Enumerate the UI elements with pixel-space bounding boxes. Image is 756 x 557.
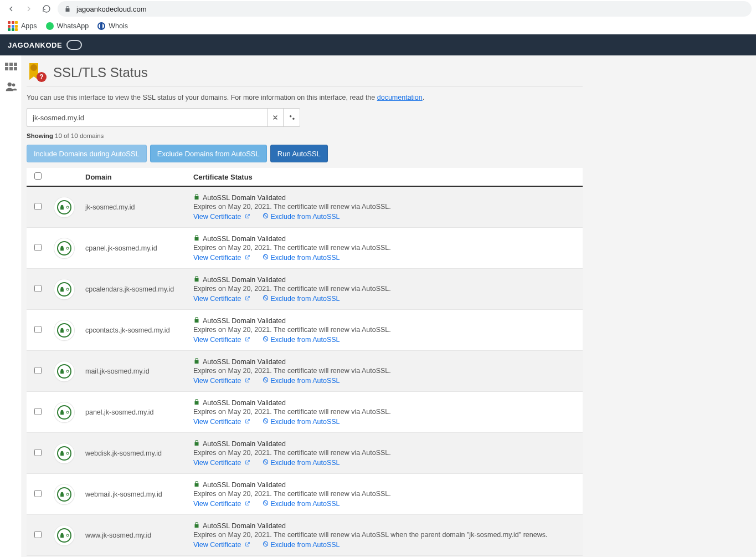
status-detail: Expires on May 20, 2021. The certificate… — [193, 367, 577, 375]
ssl-badge-icon: ? — [27, 63, 47, 82]
address-bar[interactable]: jagoankodecloud.com — [58, 1, 752, 17]
status-validated: AutoSSL Domain Validated — [193, 357, 577, 366]
svg-point-13 — [66, 329, 69, 331]
lock-icon — [193, 234, 200, 243]
table-row: mail.jk-sosmed.my.idAutoSSL Domain Valid… — [27, 351, 583, 392]
run-autossl-button[interactable]: Run AutoSSL — [270, 145, 328, 162]
view-certificate-link[interactable]: View Certificate — [193, 541, 250, 549]
exclude-autossl-button[interactable]: Exclude Domains from AutoSSL — [150, 145, 267, 162]
domain-table: Domain Certificate Status jk-sosmed.my.i… — [27, 168, 583, 556]
header-status[interactable]: Certificate Status — [188, 168, 583, 186]
exclude-from-autossl-link[interactable]: Exclude from AutoSSL — [263, 254, 340, 262]
browser-toolbar: jagoankodecloud.com — [0, 0, 756, 18]
ssl-status-icon — [54, 238, 74, 258]
view-certificate-link[interactable]: View Certificate — [193, 377, 250, 385]
row-checkbox[interactable] — [34, 285, 42, 292]
apps-label: Apps — [21, 22, 37, 30]
back-button[interactable] — [4, 2, 18, 16]
status-validated: AutoSSL Domain Validated — [193, 193, 577, 202]
svg-point-7 — [66, 247, 69, 249]
exclude-from-autossl-link[interactable]: Exclude from AutoSSL — [263, 213, 340, 221]
lock-icon — [193, 275, 200, 284]
domain-name: cpanel.jk-sosmed.my.id — [85, 244, 157, 252]
exclude-from-autossl-link[interactable]: Exclude from AutoSSL — [263, 459, 340, 467]
table-row: www.jk-sosmed.my.idAutoSSL Domain Valida… — [27, 515, 583, 556]
svg-point-1 — [12, 84, 15, 87]
view-certificate-link[interactable]: View Certificate — [193, 500, 250, 508]
status-validated: AutoSSL Domain Validated — [193, 481, 577, 489]
ssl-status-icon — [54, 197, 74, 217]
forward-button[interactable] — [22, 2, 35, 16]
table-row: panel.jk-sosmed.my.idAutoSSL Domain Vali… — [27, 392, 583, 433]
row-checkbox[interactable] — [34, 531, 42, 538]
table-row: jk-sosmed.my.idAutoSSL Domain ValidatedE… — [27, 186, 583, 228]
ssl-status-icon — [54, 320, 74, 340]
row-checkbox[interactable] — [34, 326, 42, 333]
clear-search-button[interactable] — [267, 108, 284, 127]
bookmark-whatsapp[interactable]: WhatsApp — [46, 22, 89, 30]
row-checkbox[interactable] — [34, 203, 42, 210]
bookmark-whois[interactable]: Whois — [97, 22, 128, 30]
svg-point-16 — [66, 370, 69, 372]
lock-icon — [193, 193, 200, 202]
result-count: Showing 10 of 10 domains — [27, 132, 583, 139]
svg-point-3 — [292, 118, 295, 120]
status-detail: Expires on May 20, 2021. The certificate… — [193, 326, 577, 334]
exclude-from-autossl-link[interactable]: Exclude from AutoSSL — [263, 418, 340, 426]
close-icon — [272, 114, 279, 121]
row-checkbox[interactable] — [34, 490, 42, 497]
status-validated: AutoSSL Domain Validated — [193, 522, 577, 530]
exclude-from-autossl-link[interactable]: Exclude from AutoSSL — [263, 500, 340, 508]
row-checkbox[interactable] — [34, 449, 42, 456]
view-certificate-link[interactable]: View Certificate — [193, 295, 250, 303]
view-certificate-link[interactable]: View Certificate — [193, 213, 250, 221]
svg-point-10 — [66, 288, 69, 290]
exclude-from-autossl-link[interactable]: Exclude from AutoSSL — [263, 295, 340, 303]
include-autossl-button[interactable]: Include Domains during AutoSSL — [27, 145, 147, 162]
lock-icon — [193, 357, 200, 366]
status-validated: AutoSSL Domain Validated — [193, 234, 577, 243]
lock-icon — [193, 398, 200, 407]
side-rail — [0, 55, 22, 557]
view-certificate-link[interactable]: View Certificate — [193, 418, 250, 426]
view-certificate-link[interactable]: View Certificate — [193, 459, 250, 467]
svg-point-28 — [66, 534, 69, 536]
svg-point-4 — [66, 206, 69, 208]
status-validated: AutoSSL Domain Validated — [193, 440, 577, 448]
row-checkbox[interactable] — [34, 244, 42, 251]
exclude-from-autossl-link[interactable]: Exclude from AutoSSL — [263, 377, 340, 385]
reload-button[interactable] — [40, 2, 53, 16]
lock-icon — [193, 316, 200, 325]
svg-line-24 — [264, 460, 267, 463]
domain-name: cpcalendars.jk-sosmed.my.id — [85, 285, 174, 293]
bookmark-label: Whois — [109, 22, 128, 30]
siderail-apps[interactable] — [4, 60, 18, 73]
apps-shortcut[interactable]: Apps — [8, 21, 37, 31]
view-certificate-link[interactable]: View Certificate — [193, 254, 250, 262]
brand-logo[interactable]: JAGOANKODE — [8, 40, 82, 50]
row-checkbox[interactable] — [34, 367, 42, 374]
lock-icon — [193, 440, 200, 448]
exclude-from-autossl-link[interactable]: Exclude from AutoSSL — [263, 541, 340, 549]
intro-text: You can use this interface to view the S… — [27, 94, 583, 101]
lock-icon — [193, 481, 200, 489]
table-row: cpcalendars.jk-sosmed.my.idAutoSSL Domai… — [27, 269, 583, 310]
exclude-from-autossl-link[interactable]: Exclude from AutoSSL — [263, 336, 340, 344]
header-domain[interactable]: Domain — [80, 168, 188, 186]
siderail-users[interactable] — [4, 80, 18, 93]
status-validated: AutoSSL Domain Validated — [193, 275, 577, 284]
domain-name: mail.jk-sosmed.my.id — [85, 367, 150, 375]
whatsapp-icon — [46, 22, 54, 30]
row-checkbox[interactable] — [34, 408, 42, 415]
svg-line-27 — [264, 501, 267, 504]
status-validated: AutoSSL Domain Validated — [193, 398, 577, 407]
table-row: cpanel.jk-sosmed.my.idAutoSSL Domain Val… — [27, 228, 583, 269]
documentation-link[interactable]: documentation — [377, 94, 423, 101]
search-settings-button[interactable] — [284, 108, 300, 127]
svg-point-0 — [7, 83, 11, 86]
domain-search-input[interactable] — [27, 108, 267, 127]
ssl-status-icon — [54, 525, 74, 545]
select-all-checkbox[interactable] — [34, 172, 42, 180]
view-certificate-link[interactable]: View Certificate — [193, 336, 250, 344]
apps-icon — [8, 21, 18, 31]
